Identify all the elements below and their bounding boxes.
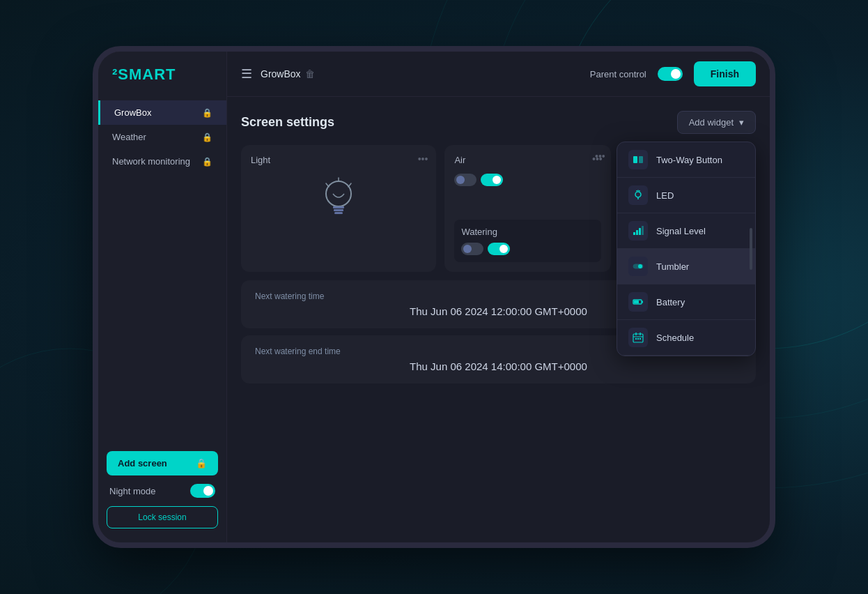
finish-button[interactable]: Finish bbox=[694, 61, 756, 86]
widget-air: Air ••• Watering ••• bbox=[444, 145, 610, 272]
sidebar-item-growbox[interactable]: GrowBox 🔒 bbox=[98, 100, 226, 125]
schedule-icon bbox=[628, 328, 648, 347]
main-content: ☰ GrowBox 🗑 Parent control Finish Screen… bbox=[227, 52, 770, 542]
tumbler-icon bbox=[628, 257, 648, 276]
parent-control-toggle[interactable] bbox=[658, 67, 683, 81]
chevron-down-icon: ▾ bbox=[739, 117, 744, 128]
screen-area: Screen settings Add widget ▾ Two-Way But… bbox=[227, 97, 770, 542]
svg-rect-12 bbox=[639, 228, 641, 235]
svg-rect-28 bbox=[334, 209, 343, 211]
svg-rect-23 bbox=[635, 338, 637, 340]
watering-toggle-off[interactable] bbox=[461, 243, 483, 255]
sidebar-item-label: Weather bbox=[112, 132, 146, 142]
dropdown-item-battery[interactable]: Battery bbox=[617, 284, 755, 320]
svg-rect-10 bbox=[633, 232, 635, 235]
add-screen-button[interactable]: Add screen 🔒 bbox=[107, 451, 218, 475]
topbar: ☰ GrowBox 🗑 Parent control Finish bbox=[227, 52, 770, 97]
screen-title: Screen settings bbox=[241, 115, 334, 130]
screen-header: Screen settings Add widget ▾ Two-Way But… bbox=[241, 111, 756, 134]
sidebar-item-network[interactable]: Network monitoring 🔒 bbox=[98, 149, 226, 174]
sidebar-item-label: Network monitoring bbox=[112, 156, 190, 167]
watering-toggle-row bbox=[461, 243, 594, 255]
dropdown-item-led[interactable]: LED bbox=[617, 178, 755, 213]
tablet-frame: ²SMART GrowBox 🔒 Weather 🔒 Network monit… bbox=[93, 46, 775, 548]
svg-rect-11 bbox=[636, 230, 638, 235]
topbar-right: Parent control Finish bbox=[590, 61, 756, 86]
watering-label: Watering bbox=[461, 227, 594, 237]
two-way-button-icon bbox=[628, 150, 648, 169]
svg-rect-27 bbox=[333, 206, 344, 208]
svg-point-15 bbox=[638, 264, 642, 268]
widget-title: Air bbox=[454, 155, 600, 165]
lock-icon: 🔒 bbox=[196, 458, 207, 469]
dropdown-item-two-way-button[interactable]: Two-Way Button bbox=[617, 142, 755, 178]
dropdown-item-tumbler[interactable]: Tumbler bbox=[617, 249, 755, 284]
air-toggle-on[interactable] bbox=[481, 174, 503, 186]
dropdown-item-label: LED bbox=[656, 190, 674, 201]
sidebar: ²SMART GrowBox 🔒 Weather 🔒 Network monit… bbox=[98, 52, 227, 542]
svg-line-8 bbox=[636, 190, 638, 191]
dropdown-item-label: Battery bbox=[656, 297, 685, 307]
info-row-value: Thu Jun 06 2024 14:00:00 GMT+0000 bbox=[255, 360, 742, 372]
signal-level-icon bbox=[628, 221, 648, 241]
dropdown-item-signal-level[interactable]: Signal Level bbox=[617, 213, 755, 249]
dropdown-item-label: Signal Level bbox=[656, 226, 706, 236]
widget-menu-icon[interactable]: ••• bbox=[595, 151, 605, 162]
parent-control-label: Parent control bbox=[590, 69, 646, 79]
svg-point-6 bbox=[635, 192, 641, 197]
svg-rect-4 bbox=[633, 156, 637, 163]
svg-line-9 bbox=[638, 190, 640, 191]
add-widget-button[interactable]: Add widget ▾ bbox=[677, 111, 756, 134]
widget-dropdown-menu: Two-Way Button LED bbox=[617, 142, 756, 356]
lock-session-button[interactable]: Lock session bbox=[107, 506, 218, 528]
led-icon bbox=[628, 185, 648, 205]
svg-rect-5 bbox=[639, 156, 643, 163]
battery-icon bbox=[628, 292, 648, 312]
logo: ²SMART bbox=[98, 66, 226, 100]
dropdown-item-label: Two-Way Button bbox=[656, 155, 722, 165]
lock-icon: 🔒 bbox=[202, 157, 212, 167]
svg-rect-24 bbox=[637, 338, 639, 340]
add-widget-label: Add widget bbox=[689, 117, 734, 128]
bulb-icon bbox=[251, 174, 426, 229]
svg-rect-17 bbox=[634, 300, 639, 303]
delete-icon[interactable]: 🗑 bbox=[305, 68, 315, 79]
lock-icon: 🔒 bbox=[202, 108, 212, 118]
breadcrumb: GrowBox 🗑 bbox=[261, 68, 315, 79]
watering-toggle-on[interactable] bbox=[488, 243, 510, 255]
menu-icon[interactable]: ☰ bbox=[241, 66, 252, 82]
sidebar-item-weather[interactable]: Weather 🔒 bbox=[98, 125, 226, 149]
air-toggle-off[interactable] bbox=[454, 174, 476, 186]
night-mode-label: Night mode bbox=[109, 486, 155, 496]
night-mode-row: Night mode bbox=[107, 484, 218, 498]
widget-title: Light bbox=[251, 155, 426, 165]
widget-light: Light ••• bbox=[241, 145, 436, 272]
svg-rect-13 bbox=[642, 226, 644, 235]
svg-rect-29 bbox=[334, 212, 343, 214]
widget-menu-icon[interactable]: ••• bbox=[418, 153, 428, 165]
scrollbar[interactable] bbox=[750, 228, 752, 270]
svg-point-26 bbox=[326, 181, 351, 206]
night-mode-toggle[interactable] bbox=[190, 484, 215, 498]
dropdown-item-schedule[interactable]: Schedule bbox=[617, 320, 755, 356]
toggle-row bbox=[454, 174, 600, 186]
lock-icon: 🔒 bbox=[202, 132, 212, 142]
svg-rect-18 bbox=[642, 301, 643, 303]
dropdown-item-label: Schedule bbox=[656, 333, 694, 343]
svg-rect-25 bbox=[640, 338, 641, 340]
breadcrumb-text: GrowBox bbox=[261, 68, 301, 79]
dropdown-item-label: Tumbler bbox=[656, 261, 689, 272]
sidebar-item-label: GrowBox bbox=[114, 107, 151, 118]
